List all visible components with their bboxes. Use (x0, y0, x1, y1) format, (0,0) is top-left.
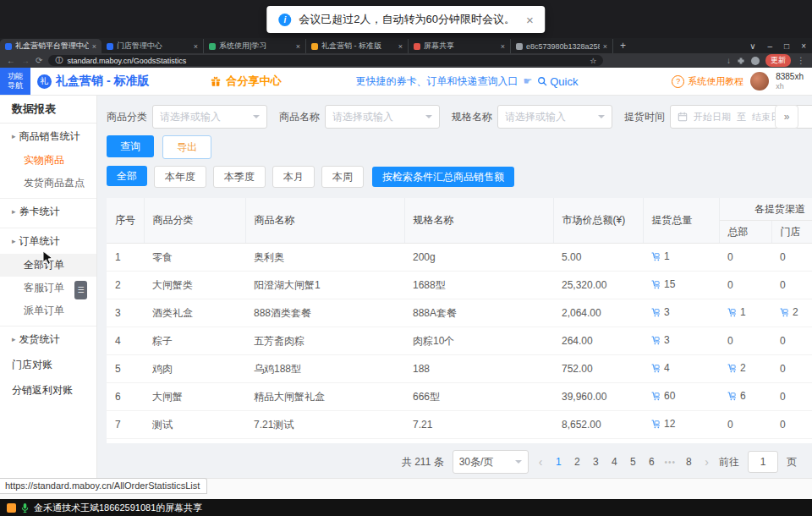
page-number[interactable]: 5 (627, 456, 639, 468)
count-value: 0 (780, 363, 786, 375)
close-button[interactable]: × (795, 41, 812, 51)
page-size-select[interactable]: 30条/页 (453, 450, 529, 474)
pickup-count-link[interactable]: 60 (651, 390, 675, 402)
tab-close-icon[interactable]: × (92, 42, 96, 51)
browser-tab[interactable]: e8c573980b1328a258fd2e6...× (511, 39, 613, 53)
browser-tab[interactable]: 礼盒营销平台管理中心× (0, 39, 102, 53)
pickup-count-link[interactable]: 2 (727, 362, 746, 374)
pickup-count-link[interactable]: 12 (651, 418, 675, 430)
profile-avatar-icon[interactable] (751, 57, 760, 65)
sidebar-item[interactable]: 派单订单 (0, 299, 96, 322)
sidebar-item[interactable]: 分销返利对账 (0, 377, 96, 403)
tab-favicon-icon (311, 43, 318, 50)
page-number[interactable]: 3 (590, 456, 601, 468)
col-header-total: 提货总量 (643, 198, 719, 244)
category-select[interactable]: 请选择或输入 (152, 105, 267, 129)
quick-search-link[interactable]: Quick (537, 75, 578, 88)
pickup-count-link[interactable]: 4 (651, 362, 670, 374)
quick-filter-tab[interactable]: 全部 (107, 166, 147, 186)
sidebar-item[interactable]: 门店对账 (0, 352, 96, 377)
sidebar-item[interactable]: ▸券卡统计 (0, 198, 96, 224)
collapse-filters-button[interactable]: » (775, 105, 798, 129)
quick-tab-list: 全部本年度本季度本月本周 (107, 166, 364, 188)
browser-tab[interactable]: 门店管理中心× (102, 39, 204, 53)
sidebar-item-label: 分销返利对账 (12, 383, 73, 398)
spec-filter-label: 规格名称 (452, 110, 492, 124)
chevron-down-icon[interactable]: ∨ (743, 41, 761, 51)
sidebar-item[interactable]: 全部订单 (0, 254, 96, 277)
pagination: 共 211 条 30条/页 ‹ 123456•••8 › 前往 页 (107, 450, 812, 474)
share-center-link[interactable]: 合分享中心 (210, 74, 281, 89)
sidebar-item[interactable]: 实物商品 (0, 149, 96, 172)
quick-filter-tab[interactable]: 本周 (321, 166, 364, 188)
sidebar-item[interactable]: ▸发货统计 (0, 326, 96, 352)
app-title: 礼盒营销 - 标准版 (56, 74, 149, 89)
jump-page-input[interactable] (748, 451, 778, 473)
back-icon[interactable]: ← (7, 56, 15, 65)
tab-close-icon[interactable]: × (501, 42, 505, 51)
product-name-select[interactable]: 请选择或输入 (325, 105, 440, 129)
minimize-button[interactable]: – (762, 41, 779, 51)
page-number[interactable]: 2 (571, 456, 583, 468)
page-number[interactable]: 4 (608, 456, 620, 468)
browser-menu-kebab-icon[interactable]: ⋮ (797, 56, 805, 65)
reload-icon[interactable]: ⟳ (36, 56, 42, 65)
close-icon[interactable]: × (526, 13, 534, 27)
pickup-count-link[interactable]: 3 (651, 306, 670, 318)
forward-icon[interactable]: → (21, 56, 30, 65)
site-info-icon[interactable]: ⓘ (55, 55, 63, 66)
cell-spec: 666型 (404, 383, 553, 411)
meeting-toast: i 会议已超过2人，自动转为60分钟限时会议。 × (266, 6, 545, 33)
quick-filter-tab[interactable]: 本季度 (213, 166, 266, 188)
pickup-count-link[interactable]: 3 (651, 334, 670, 346)
tab-close-icon[interactable]: × (194, 42, 198, 51)
summary-button[interactable]: 按检索条件汇总商品销售额 (372, 167, 514, 187)
quick-filter-tab[interactable]: 本月 (272, 166, 315, 188)
pickup-count-link[interactable]: 2 (780, 306, 798, 318)
meeting-app-icon (7, 503, 16, 513)
sidebar-item[interactable]: ▸商品销售统计 (0, 124, 96, 149)
pickup-count-link[interactable]: 1 (651, 250, 670, 262)
table-row: 4粽子五芳斋肉粽肉粽10个264.00300 (107, 327, 812, 355)
next-page-button[interactable]: › (703, 455, 710, 469)
page-number[interactable]: 8 (683, 456, 694, 468)
tab-close-icon[interactable]: × (398, 42, 403, 51)
cell-hq: 2 (719, 439, 771, 444)
tab-close-icon[interactable]: × (603, 42, 607, 51)
chrome-update-button[interactable]: 更新 (765, 54, 791, 67)
col-header-category: 商品分类 (144, 198, 245, 244)
sidebar-item[interactable]: 发货商品盘点 (0, 172, 96, 195)
download-icon[interactable]: ↓ (727, 56, 731, 65)
prev-page-button[interactable]: ‹ (537, 455, 545, 469)
pickup-cart-icon (651, 420, 661, 429)
search-button[interactable]: 查询 (107, 135, 154, 157)
pickup-count-link[interactable]: 15 (651, 278, 675, 290)
browser-tab[interactable]: 系统使用|学习× (204, 39, 306, 53)
spec-select[interactable]: 请选择或输入 (497, 105, 612, 129)
export-button[interactable]: 导出 (162, 135, 211, 159)
page-number[interactable]: 1 (552, 456, 564, 468)
pickup-count-link[interactable]: 1 (727, 306, 746, 318)
avatar[interactable] (750, 72, 769, 91)
quick-filter-tab[interactable]: 本年度 (154, 166, 206, 188)
page-number[interactable]: 6 (645, 456, 657, 468)
maximize-button[interactable]: □ (778, 41, 795, 51)
tab-close-icon[interactable]: × (296, 42, 300, 51)
gift-logo-icon: 礼 (37, 74, 52, 89)
pickup-count-link[interactable]: 6 (727, 390, 746, 402)
browser-tab[interactable]: 礼盒营销 - 标准版× (306, 39, 409, 53)
cell-spec: 1688型 (404, 272, 553, 299)
url-input[interactable]: ⓘ standard.maboy.cn/GoodsStatistics ☆ (48, 55, 603, 66)
tutorial-link[interactable]: ? 系统使用教程 (672, 75, 743, 88)
new-tab-button[interactable]: + (613, 40, 633, 52)
sidebar-item[interactable]: ▸订单统计 (0, 228, 96, 254)
page-ellipsis: ••• (664, 458, 676, 467)
bookmark-star-icon[interactable]: ☆ (590, 57, 596, 65)
extensions-puzzle-icon[interactable] (737, 57, 745, 65)
sidebar-collapse-handle[interactable]: ☰ (74, 281, 87, 299)
function-nav-toggle[interactable]: 功能 导航 (0, 68, 30, 95)
cell-category: 大闸蟹类 (144, 272, 245, 299)
browser-tab[interactable]: 屏幕共享× (409, 39, 511, 53)
tab-title: 屏幕共享 (424, 41, 497, 52)
cell-name: 五芳斋肉粽 (245, 327, 404, 355)
